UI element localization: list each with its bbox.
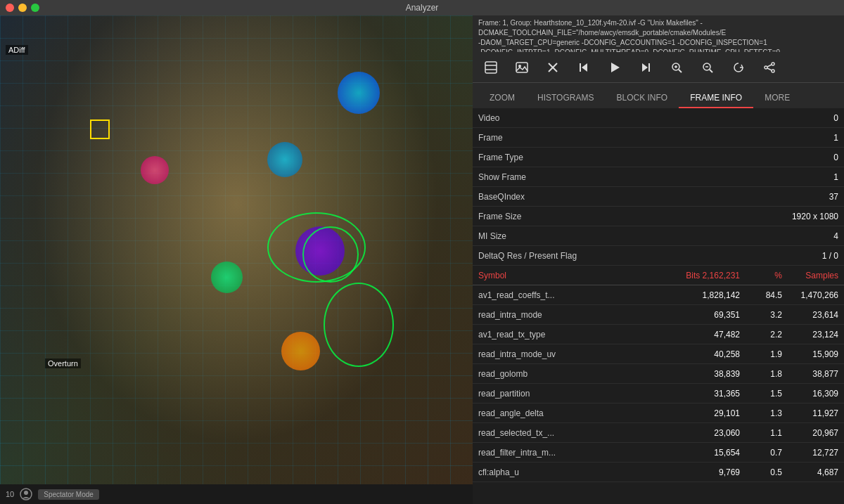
skip-back-icon[interactable] — [574, 58, 594, 77]
image-icon[interactable] — [512, 58, 532, 77]
tab-histograms[interactable]: HISTOGRAMS — [526, 89, 605, 108]
green-outline-2 — [302, 226, 359, 283]
sym-bits: 47,482 — [670, 330, 740, 340]
sym-pct: 3.2 — [740, 310, 782, 320]
sym-bits: 69,351 — [670, 310, 740, 320]
symbol-row: av1_read_tx_type 47,482 2.2 23,124 — [473, 325, 844, 344]
symbol-row: read_filter_intra_m... 15,654 0.7 12,727 — [473, 443, 844, 463]
adiff-label: ADiff — [6, 45, 28, 55]
row-value: 0 — [782, 153, 838, 162]
tab-block-info[interactable]: BLOCK INFO — [605, 89, 679, 108]
command-bar: Frame: 1, Group: Hearthstone_10_120f.y4m… — [473, 15, 844, 52]
sym-samples: 15,909 — [782, 349, 838, 359]
spectator-icon — [20, 488, 32, 500]
cmd-line-2: -DAOM_TARGET_CPU=generic -DCONFIG_ACCOUN… — [478, 38, 838, 48]
maximize-button[interactable] — [31, 4, 39, 12]
table-row: DeltaQ Res / Present Flag 1 / 0 — [473, 246, 844, 266]
table-row: MI Size 4 — [473, 226, 844, 246]
sym-bits: 29,101 — [670, 408, 740, 418]
row-value: 1920 x 1080 — [782, 212, 838, 221]
sym-name: read_filter_intra_m... — [478, 448, 670, 458]
svg-line-25 — [767, 68, 772, 70]
sym-samples: 23,124 — [782, 330, 838, 340]
row-value: 4 — [782, 231, 838, 241]
row-label: Frame Size — [478, 212, 782, 221]
symbol-row: cfl:alpha_u 9,769 0.5 4,687 — [473, 463, 844, 482]
video-frame: ADiff Overturn — [0, 15, 473, 484]
sym-name: read_intra_mode — [478, 310, 670, 320]
sym-samples: 1,470,266 — [782, 290, 838, 300]
sym-samples: 12,727 — [782, 448, 838, 458]
tab-zoom[interactable]: ZOOM — [478, 89, 526, 108]
video-panel: ADiff Overturn 10 Spectator Mode — [0, 15, 473, 504]
sym-name: read_angle_delta — [478, 408, 670, 418]
green-outline-3 — [324, 283, 394, 367]
sym-pct: 1.8 — [740, 369, 782, 379]
sym-samples: 38,877 — [782, 369, 838, 379]
tab-frame-info[interactable]: FRAME INFO — [679, 89, 753, 108]
sym-name: cfl:alpha_u — [478, 467, 670, 477]
sym-samples: 20,967 — [782, 428, 838, 438]
svg-point-23 — [772, 70, 774, 72]
row-label: MI Size — [478, 231, 782, 241]
sym-name: read_selected_tx_... — [478, 428, 670, 438]
blob-1 — [338, 72, 380, 114]
zoom-out-icon[interactable] — [698, 58, 717, 77]
row-label: Frame — [478, 133, 782, 143]
layers-icon[interactable] — [481, 58, 501, 77]
row-value: 1 — [782, 172, 838, 182]
zoom-in-icon[interactable] — [667, 58, 686, 77]
svg-point-1 — [24, 491, 28, 495]
table-row: Video 0 — [473, 108, 844, 128]
blob-2 — [267, 142, 302, 177]
sym-bits: 31,365 — [670, 389, 740, 399]
sym-name: read_golomb — [478, 369, 670, 379]
main-content: ADiff Overturn 10 Spectator Mode Frame: … — [0, 15, 844, 504]
spectator-mode-button[interactable]: Spectator Mode — [38, 489, 99, 500]
table-row: Frame Type 0 — [473, 148, 844, 167]
title-bar: Analyzer — [0, 0, 844, 15]
row-label: BaseQIndex — [478, 192, 782, 202]
sym-pct: 1.1 — [740, 428, 782, 438]
cmd-line-1: Frame: 1, Group: Hearthstone_10_120f.y4m… — [478, 18, 838, 38]
yellow-block — [90, 119, 110, 139]
symbol-row: av1_read_coeffs_t... 1,828,142 84.5 1,47… — [473, 285, 844, 305]
svg-line-24 — [767, 65, 772, 67]
sym-samples: 11,927 — [782, 408, 838, 418]
sym-name: av1_read_coeffs_t... — [478, 290, 670, 300]
svg-rect-5 — [516, 63, 528, 72]
sym-samples: 23,614 — [782, 310, 838, 320]
window-title: Analyzer — [406, 3, 439, 13]
overturn-label: Overturn — [45, 358, 81, 368]
toolbar — [473, 52, 844, 83]
table-row: BaseQIndex 37 — [473, 187, 844, 207]
share-icon[interactable] — [760, 58, 779, 77]
sym-pct: 0.7 — [740, 448, 782, 458]
svg-marker-12 — [642, 63, 648, 72]
sym-pct: 84.5 — [740, 290, 782, 300]
sym-name: read_partition — [478, 389, 670, 399]
symbol-row: read_selected_tx_... 23,060 1.1 20,967 — [473, 423, 844, 443]
symbol-row: read_intra_mode_uv 40,258 1.9 15,909 — [473, 344, 844, 364]
play-icon[interactable] — [605, 58, 625, 77]
row-label: Frame Type — [478, 153, 782, 162]
close-icon[interactable] — [543, 58, 563, 77]
sym-bits: 23,060 — [670, 428, 740, 438]
blob-4 — [211, 261, 243, 293]
rotate-icon[interactable] — [729, 58, 748, 77]
row-label: Show Frame — [478, 172, 782, 182]
sym-pct: 1.3 — [740, 408, 782, 418]
tab-more[interactable]: MORE — [753, 89, 801, 108]
sym-bits: 9,769 — [670, 467, 740, 477]
col-header-bits: Bits 2,162,231 — [670, 271, 740, 280]
row-value: 0 — [782, 113, 838, 123]
row-label: DeltaQ Res / Present Flag — [478, 251, 782, 261]
minimize-button[interactable] — [18, 4, 27, 12]
table-row: Frame 1 — [473, 128, 844, 148]
tab-bar: ZOOM HISTOGRAMS BLOCK INFO FRAME INFO MO… — [473, 83, 844, 108]
sym-pct: 0.5 — [740, 467, 782, 477]
close-button[interactable] — [6, 4, 14, 12]
skip-forward-icon[interactable] — [636, 58, 656, 77]
row-value: 37 — [782, 192, 838, 202]
sym-name: read_intra_mode_uv — [478, 349, 670, 359]
